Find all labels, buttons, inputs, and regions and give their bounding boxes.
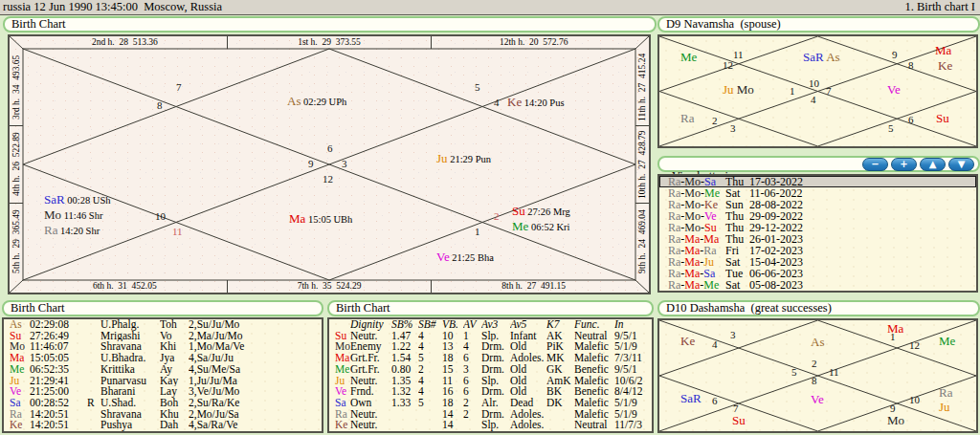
house-number: 5 <box>888 123 894 134</box>
table-cell: Slp. <box>481 420 510 431</box>
table-cell: 4 <box>418 331 442 342</box>
planet-label: As <box>811 335 824 348</box>
table-cell: 5 <box>418 398 442 409</box>
dasha-weekday: Sat <box>725 279 740 291</box>
house-number: 6 <box>712 396 718 406</box>
house-strip-cell: 6th h. 31 452.05 <box>23 280 227 293</box>
table-cell: 14:20:51 <box>30 409 87 421</box>
vimshottari-plus-button[interactable]: + <box>891 158 917 171</box>
vimshottari-minus-button[interactable]: − <box>862 158 888 171</box>
table-cell: Neutr. <box>350 376 391 387</box>
table-cell: Alr. <box>481 398 510 409</box>
table-cell: U.Shad. <box>100 398 160 409</box>
table-cell: Khi <box>160 341 189 353</box>
table-cell: Khu <box>160 409 189 421</box>
house-number: 10 <box>155 211 166 222</box>
house-number: 3 <box>730 123 736 134</box>
table-row: RaNeutr.142Drm.Adoles.Malefic5/1/9 <box>329 409 652 421</box>
planet-abbr: Mo <box>4 341 30 353</box>
house-number: 5 <box>791 367 797 378</box>
column-header: In <box>614 319 652 331</box>
table-cell: 4 <box>418 386 442 398</box>
house-number: 4 <box>494 98 500 108</box>
planet-label: Mo <box>887 413 904 426</box>
table-cell: Benefic <box>574 386 614 398</box>
planet-label: Su <box>732 413 746 426</box>
house-strip-cell: 10th h. 27 428.79 <box>635 125 649 203</box>
column-header: Func. <box>574 319 614 331</box>
main-birth-chart[interactable]: 2nd h. 28 513.361st h. 29 373.5512th h. … <box>8 34 651 294</box>
table-cell: Enemy <box>350 341 391 353</box>
strengths-table: DignitySB%SB#VB.AVAv3Av5K7Func.InSuNeutr… <box>329 319 652 431</box>
house-number: 5 <box>475 82 480 93</box>
house-number: 6 <box>908 115 914 125</box>
planet-label: Ra 14:20 Shr <box>44 223 100 237</box>
planet-abbr: Ra <box>4 409 30 421</box>
planet-label: As 02:29 UPh <box>287 94 346 108</box>
table-row: Ma15:05:05U.Bhadra.Jya4,Sa/Ju/Ju <box>4 353 322 364</box>
house-number: 3 <box>342 159 347 169</box>
table-cell: Drm. <box>481 364 510 376</box>
table-header-row: DignitySB%SB#VB.AVAv3Av5K7Func.In <box>329 319 652 331</box>
table-cell: 18 <box>442 398 463 409</box>
planet-label: Ve <box>811 392 824 405</box>
house-number: 9 <box>892 50 898 60</box>
planet-label: Ke 14:20 Pus <box>507 95 565 109</box>
table-cell: Krittika <box>100 364 160 376</box>
table-row: Su27:26:49MrigashiVo2,Ma/Ju/Mo <box>4 331 322 342</box>
planet-label: Ma <box>935 43 951 56</box>
planet-abbr: Me <box>329 364 350 376</box>
table-cell: 1.54 <box>391 353 418 364</box>
table-row: JuNeutr.1.354116Slp.OldAmKMalefic10/6/2 <box>329 376 652 387</box>
planet-label: Ma 15:05 UBh <box>289 211 352 226</box>
table-cell: 2,Su/Ra/Ke <box>189 398 322 409</box>
house-strip-right: 11th h. 27 415.2410th h. 27 428.799th h.… <box>635 49 649 280</box>
house-strip-cell: 8th h. 27 491.15 <box>431 280 635 293</box>
table-cell: 5/1/9 <box>614 409 652 421</box>
table-row: MaGrt.Fr.1.545186Drm.Adoles.MKMalefic7/3… <box>329 353 652 364</box>
table-cell: 14 <box>442 420 463 431</box>
table-cell: 13 <box>442 341 463 353</box>
planet-label: SaR 00:28 USh <box>44 192 111 207</box>
table-cell: Dah <box>160 420 189 431</box>
house-number: 9 <box>308 159 314 169</box>
table-cell: Old <box>510 386 546 398</box>
table-cell: 4,Sa/Ju/Ju <box>189 353 322 364</box>
table-cell: Slp. <box>481 376 510 387</box>
planet-abbr: Mo <box>329 341 350 353</box>
table-cell: 2,Ma/Ju/Mo <box>189 331 322 342</box>
table-cell: 5/1/9 <box>614 341 652 353</box>
house-number: 10 <box>809 78 819 89</box>
table-cell: Ay <box>160 364 189 376</box>
table-cell: Malefic <box>574 376 614 387</box>
planet-label: Su <box>936 111 949 124</box>
house-number: 7 <box>826 86 832 97</box>
planet-abbr: As <box>4 319 30 331</box>
d9-navamsha-chart[interactable]: MeSaR AsMaKeJu MoVeRaSu121110174982356 <box>657 34 978 148</box>
table-row: Sa00:28:52RU.Shad.Boh2,Su/Ra/Ke <box>4 398 322 409</box>
table-cell: 4 <box>463 341 481 353</box>
table-cell <box>418 420 442 431</box>
table-cell: Lay <box>160 386 189 398</box>
d10-dashamsha-chart[interactable]: KeAsMaMeSaRVeSuRaJuMo431125211867910 <box>657 318 978 433</box>
table-cell: 11 <box>442 376 463 387</box>
table-cell: Adoles. <box>510 409 546 421</box>
vimshottari-up-button[interactable]: ▲ <box>920 158 946 171</box>
planet-abbr: Su <box>4 331 30 342</box>
vimshottari-down-button[interactable]: ▼ <box>948 158 974 171</box>
table-cell: Malefic <box>574 353 614 364</box>
dasha-row[interactable]: Ra-Ma-MeSat05-08-2023 <box>659 279 976 291</box>
table-row: MoEnemy1.224134Drm.OldPiKMalefic5/1/9 <box>329 341 652 353</box>
planet-abbr: Ra <box>329 409 350 421</box>
table-cell: GK <box>546 364 574 376</box>
house-strip-left: 3rd h. 34 493.654th h. 26 522.895th h. 2… <box>10 49 23 280</box>
table-cell: 10 <box>442 331 463 342</box>
planet-abbr: Ke <box>329 420 350 431</box>
table-cell: Neutral <box>574 420 614 431</box>
table-cell: Dead <box>510 398 546 409</box>
column-header: Dignity <box>350 319 391 331</box>
house-number: 8 <box>908 60 914 71</box>
planet-label: Me 06:52 Kri <box>512 219 570 233</box>
birth-data-summary: russia 12 Jun 1990 13:45:00 Moscow, Russ… <box>3 0 222 14</box>
table-cell: R <box>87 398 100 409</box>
